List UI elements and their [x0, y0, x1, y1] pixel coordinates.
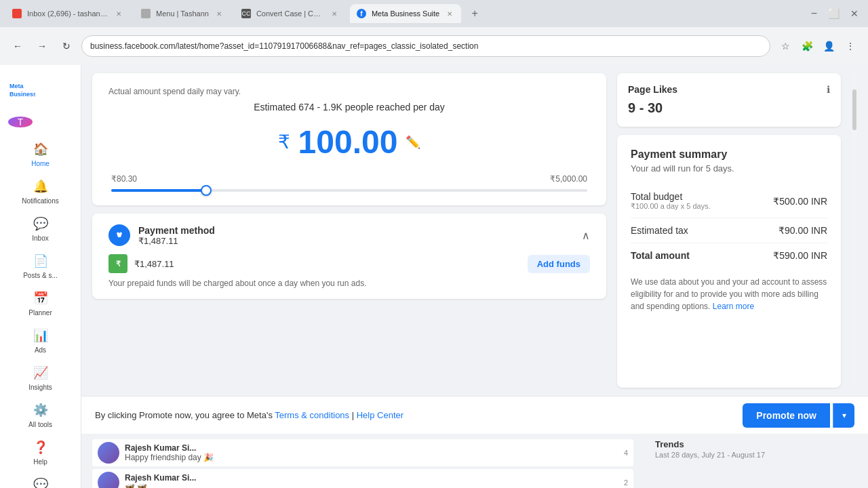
sidebar-alltools-label: All tools: [28, 421, 52, 428]
bookmark-star-icon[interactable]: ☆: [776, 37, 795, 56]
sidebar-logo: Meta Business: [0, 70, 43, 114]
payment-header: Payment method ₹1,487.11 ∧: [108, 224, 590, 246]
forward-button[interactable]: →: [33, 37, 52, 56]
learn-more-link[interactable]: Learn more: [713, 302, 754, 311]
tab-menu[interactable]: Menu | Tashann ✕: [134, 4, 231, 23]
promote-now-button[interactable]: Promote now: [743, 403, 830, 428]
post-num-2: 2: [624, 479, 628, 487]
terms-conditions-link[interactable]: Terms & conditions: [275, 410, 349, 420]
tab-meta[interactable]: f Meta Business Suite ✕: [350, 4, 461, 23]
menu-dots-icon[interactable]: ⋮: [841, 37, 860, 56]
tab-cc-close[interactable]: ✕: [330, 9, 339, 18]
gmail-favicon: [12, 9, 22, 18]
edit-budget-icon[interactable]: ✏️: [406, 135, 420, 150]
cc-favicon: CC: [241, 9, 251, 18]
avatar[interactable]: T: [8, 117, 33, 127]
post-text-1: Happy friendship day 🎉: [125, 453, 214, 462]
sidebar-item-feedback[interactable]: 💬 Give feedback: [0, 471, 81, 488]
extensions-icon[interactable]: 🧩: [797, 37, 816, 56]
planner-icon: 📅: [33, 290, 49, 306]
sidebar-item-ads[interactable]: 📊 Ads: [0, 322, 81, 359]
profile-icon[interactable]: 👤: [819, 37, 838, 56]
summary-budget-label: Total budget: [631, 191, 711, 202]
sidebar-ads-label: Ads: [35, 346, 46, 354]
address-bar[interactable]: business.facebook.com/latest/home?asset_…: [81, 35, 770, 57]
maximize-button[interactable]: ⬜: [824, 8, 844, 19]
summary-total-value: ₹590.00 INR: [773, 250, 827, 261]
bottom-trends-area: Trends Last 28 days, July 21 - August 17: [644, 434, 868, 488]
page-likes-header: Page Likes ℹ: [628, 84, 830, 95]
new-tab-button[interactable]: +: [465, 4, 484, 23]
svg-text:Meta: Meta: [9, 83, 24, 89]
tab-cc[interactable]: CC Convert Case | Convert upper ca... ✕: [235, 4, 346, 23]
bottom-bar-actions: Promote now ▾: [743, 403, 854, 428]
summary-total-label: Total amount: [631, 250, 690, 261]
back-button[interactable]: ←: [8, 37, 27, 56]
sidebar-item-posts[interactable]: 📄 Posts & s...: [0, 247, 81, 285]
sidebar-inbox-label: Inbox: [32, 235, 48, 242]
slider-thumb[interactable]: [201, 185, 212, 196]
balance-amount: ₹1,487.11: [134, 259, 174, 269]
payment-balance-row: ₹ ₹1,487.11 Add funds: [108, 254, 590, 273]
sidebar-planner-label: Planner: [28, 309, 52, 317]
summary-disclaimer: We use data about you and your ad accoun…: [631, 276, 827, 312]
post-name-1: Rajesh Kumar Si...: [125, 443, 214, 453]
browser-toolbar: ← → ↻ business.facebook.com/latest/home?…: [0, 27, 868, 65]
feedback-icon: 💬: [33, 476, 49, 488]
help-icon: ❓: [33, 439, 49, 455]
sidebar-item-planner[interactable]: 📅 Planner: [0, 285, 81, 322]
payment-method-balance-header: ₹1,487.11: [138, 236, 215, 246]
sidebar-item-notifications[interactable]: 🔔 Notifications: [0, 173, 81, 210]
tab-gmail-close[interactable]: ✕: [114, 9, 123, 18]
sidebar-item-help[interactable]: ❓ Help: [0, 434, 81, 471]
payment-chevron-icon[interactable]: ∧: [582, 229, 590, 242]
budget-slider-container: ₹80.30 ₹5,000.00: [108, 174, 590, 192]
menu-favicon: [141, 9, 151, 18]
close-button[interactable]: ✕: [846, 8, 863, 19]
actual-note: Actual amount spend daily may vary.: [108, 87, 590, 96]
scrollbar[interactable]: [852, 73, 857, 388]
sidebar-item-home[interactable]: 🏠 Home: [0, 136, 81, 173]
sidebar-help-label: Help: [33, 458, 47, 466]
payment-logo-icon: [108, 224, 130, 246]
tab-menu-close[interactable]: ✕: [214, 9, 224, 18]
scroll-content: Actual amount spend daily may vary. Esti…: [81, 65, 868, 396]
trends-subtitle: Last 28 days, July 21 - August 17: [655, 451, 857, 459]
budget-amount-row: ₹ 100.00 ✏️: [108, 123, 590, 161]
payment-note: Your prepaid funds will be charged about…: [108, 279, 590, 288]
help-center-link[interactable]: Help Center: [357, 410, 403, 420]
tab-meta-close[interactable]: ✕: [445, 9, 454, 18]
slider-min-label: ₹80.30: [111, 174, 137, 184]
tab-gmail[interactable]: Inbox (2,696) - tashannmulticuis... ✕: [5, 4, 130, 23]
slider-track: [111, 189, 587, 192]
rupee-symbol: ₹: [278, 131, 290, 153]
tab-gmail-label: Inbox (2,696) - tashannmulticuis...: [27, 9, 108, 18]
minimize-button[interactable]: −: [807, 7, 821, 20]
summary-row-total: Total amount ₹590.00 INR: [631, 243, 827, 268]
sidebar-item-insights[interactable]: 📈 Insights: [0, 359, 81, 396]
summary-row-tax: Estimated tax ₹90.00 INR: [631, 218, 827, 243]
address-text: business.facebook.com/latest/home?asset_…: [90, 41, 478, 51]
balance-currency-icon: ₹: [116, 260, 121, 268]
tab-meta-label: Meta Business Suite: [372, 9, 439, 18]
add-funds-button[interactable]: Add funds: [528, 255, 590, 273]
sidebar-item-inbox[interactable]: 💬 Inbox: [0, 210, 81, 247]
page-likes-info-icon[interactable]: ℹ: [827, 84, 830, 95]
bottom-bar: By clicking Promote now, you agree to Me…: [81, 396, 868, 434]
refresh-button[interactable]: ↻: [57, 37, 76, 56]
slider-max-label: ₹5,000.00: [550, 174, 587, 184]
promote-dropdown-button[interactable]: ▾: [833, 403, 854, 428]
balance-icon: ₹: [108, 254, 127, 273]
toolbar-icons: ☆ 🧩 👤 ⋮: [776, 37, 860, 56]
sidebar-item-alltools[interactable]: ⚙️ All tools: [0, 396, 81, 434]
svg-text:Business: Business: [9, 91, 35, 98]
post-avatar-1: [98, 442, 119, 464]
content-area: Actual amount spend daily may vary. Esti…: [81, 65, 868, 488]
page-likes-card: Page Likes ℹ 9 - 30: [617, 73, 841, 127]
budget-amount: 100.00: [298, 123, 398, 161]
right-panel: Page Likes ℹ 9 - 30 Payment summary Your…: [617, 73, 841, 388]
payment-summary-subtitle: Your ad will run for 5 days.: [631, 163, 827, 174]
summary-budget-value: ₹500.00 INR: [773, 196, 827, 207]
payment-summary-title: Payment summary: [631, 148, 827, 161]
page-likes-title: Page Likes: [628, 84, 677, 95]
